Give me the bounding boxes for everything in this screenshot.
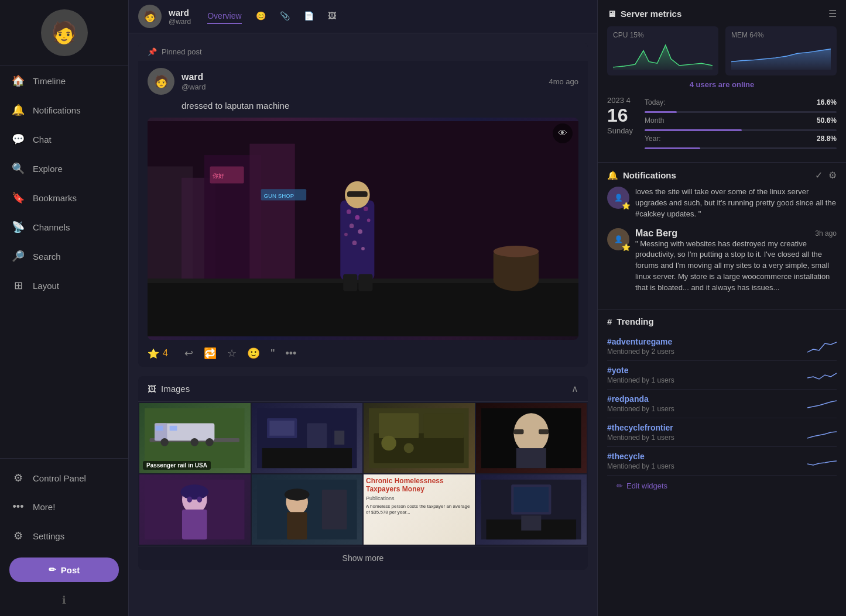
sidebar-item-explore[interactable]: 🔍 Explore <box>0 154 128 183</box>
svg-rect-63 <box>287 512 307 539</box>
layout-icon: ⊞ <box>12 279 25 292</box>
image-thumb[interactable] <box>364 403 475 473</box>
image-label: Chronic Homelessness Taxpayers Money <box>366 477 472 493</box>
trend-count: Mentioned by 2 users <box>607 347 674 356</box>
trending-header: # Trending <box>607 316 837 326</box>
sidebar-item-chat[interactable]: 💬 Chat <box>0 125 128 154</box>
sidebar-item-channels[interactable]: 📡 Channels <box>0 212 128 242</box>
svg-point-49 <box>404 443 414 453</box>
trend-chart <box>807 366 837 384</box>
bell-icon: 🔔 <box>12 104 25 116</box>
more-icon: ••• <box>12 501 25 513</box>
widget-menu-icon[interactable]: ☰ <box>828 8 837 19</box>
sidebar-item-label: Layout <box>33 281 59 291</box>
avatar[interactable]: 🧑 <box>41 9 88 56</box>
user-avatar-container: 🧑 <box>0 0 128 66</box>
post-actions: ⭐ 4 ↩ 🔁 ☆ 🙂 " ••• <box>138 340 588 367</box>
sidebar-item-more[interactable]: ••• More! <box>0 493 128 521</box>
image-thumb[interactable] <box>252 474 363 545</box>
image-thumb[interactable] <box>139 474 251 545</box>
image-thumb[interactable] <box>252 403 363 473</box>
repost-button[interactable]: 🔁 <box>204 347 217 360</box>
hide-image-button[interactable]: 👁 <box>553 123 573 143</box>
notif-bell-icon: 🔔 <box>607 170 618 181</box>
trend-item[interactable]: #adventuregame Mentioned by 2 users <box>607 332 837 361</box>
stats-row: 2023 4 16 Sunday Today: 16.6% Month 50.6… <box>607 91 837 154</box>
home-icon: 🏠 <box>12 74 25 87</box>
reply-button[interactable]: ↩ <box>184 347 193 360</box>
profile-handle: @ward <box>169 18 191 26</box>
notif-check-button[interactable]: ✓ <box>815 170 823 181</box>
bookmark-button[interactable]: ☆ <box>227 347 237 360</box>
images-title: Images <box>161 384 190 394</box>
svg-point-13 <box>494 246 539 257</box>
tab-attach[interactable]: 📎 <box>280 9 290 24</box>
tab-overview[interactable]: Overview <box>207 9 241 24</box>
trend-chart <box>807 338 837 355</box>
trend-item[interactable]: #yote Mentioned by 1 users <box>607 361 837 390</box>
channels-icon: 📡 <box>12 221 25 233</box>
stat-day-name: Sunday <box>607 126 633 135</box>
image-thumb[interactable]: Passenger rail in USA <box>139 403 251 473</box>
sidebar-item-label: Search <box>33 252 61 261</box>
notif-name: Mac Berg <box>635 228 677 239</box>
trend-item[interactable]: #thecyclefrontier Mentioned by 1 users <box>607 418 837 447</box>
post-author-row: 🧑 ward @ward 4mo ago <box>138 61 588 95</box>
dark-image <box>481 407 581 470</box>
post-author-avatar[interactable]: 🧑 <box>148 68 174 95</box>
profile-avatar-small[interactable]: 🧑 <box>138 5 162 28</box>
svg-point-59 <box>187 497 193 503</box>
svg-text:你好: 你好 <box>213 173 224 179</box>
trend-count: Mentioned by 1 users <box>607 405 674 413</box>
sidebar-item-label: Notifications <box>33 105 81 115</box>
image-thumb[interactable] <box>476 474 587 545</box>
quote-button[interactable]: " <box>270 348 275 359</box>
trending-hash-icon: # <box>607 316 612 326</box>
react-button[interactable]: 🙂 <box>247 347 260 360</box>
cpu-metric: CPU 15% <box>607 26 718 75</box>
show-more-button[interactable]: Show more <box>138 546 588 570</box>
sidebar-item-timeline[interactable]: 🏠 Timeline <box>0 66 128 95</box>
svg-point-18 <box>350 223 354 228</box>
trend-chart <box>807 452 837 470</box>
notif-header: 🔔 Notifications ✓ ⚙ <box>607 170 837 181</box>
pinned-bar: 📌 Pinned post <box>138 43 588 61</box>
svg-point-15 <box>347 209 351 214</box>
image-label: Passenger rail in USA <box>143 461 211 470</box>
notif-star-icon: ⭐ <box>622 243 631 252</box>
notif-gear-button[interactable]: ⚙ <box>828 170 837 181</box>
stat-right: Today: 16.6% Month 50.6% Year: 28.8% <box>645 96 837 149</box>
train-image <box>145 407 245 470</box>
sidebar-item-settings[interactable]: ⚙ Settings <box>0 521 128 550</box>
svg-rect-46 <box>379 413 419 438</box>
stats-date: 2023 4 16 Sunday <box>607 96 633 135</box>
post-card: 📌 Pinned post 🧑 ward @ward 4mo ago dress… <box>138 43 588 367</box>
sidebar-item-search[interactable]: 🔎 Search <box>0 242 128 271</box>
room2-image <box>481 478 581 541</box>
image-thumb[interactable]: Chronic Homelessness Taxpayers Money Pub… <box>364 474 475 545</box>
svg-rect-4 <box>249 144 294 280</box>
edit-widgets-button[interactable]: ✏ Edit widgets <box>607 476 837 496</box>
trend-item[interactable]: #thecycle Mentioned by 1 users <box>607 447 837 476</box>
pinned-label: Pinned post <box>162 47 202 56</box>
image-thumb[interactable] <box>476 403 587 473</box>
sidebar-item-layout[interactable]: ⊞ Layout <box>0 271 128 300</box>
more-actions-button[interactable]: ••• <box>286 347 297 360</box>
sidebar-item-control-panel[interactable]: ⚙ Control Panel <box>0 463 128 493</box>
post-button[interactable]: ✏ Post <box>9 558 119 582</box>
tab-doc[interactable]: 📄 <box>304 9 314 24</box>
notifications-widget: 🔔 Notifications ✓ ⚙ 👤 ⭐ loves the site w… <box>598 163 846 309</box>
collapse-button[interactable]: ∧ <box>571 383 578 394</box>
trend-tag: #adventuregame <box>607 337 674 346</box>
svg-rect-41 <box>262 448 351 468</box>
tab-image[interactable]: 🖼 <box>328 9 336 24</box>
sidebar-item-notifications[interactable]: 🔔 Notifications <box>0 95 128 125</box>
svg-point-33 <box>191 438 199 446</box>
notif-time: 3h ago <box>815 229 837 238</box>
sidebar-item-bookmarks[interactable]: 🔖 Bookmarks <box>0 183 128 212</box>
notif-text: " Messing with websites has destroyed my… <box>635 239 837 294</box>
tab-emoji[interactable]: 😊 <box>256 9 266 24</box>
svg-point-34 <box>206 438 214 446</box>
trend-item[interactable]: #redpanda Mentioned by 1 users <box>607 390 837 418</box>
sidebar-item-label: Channels <box>33 222 70 232</box>
